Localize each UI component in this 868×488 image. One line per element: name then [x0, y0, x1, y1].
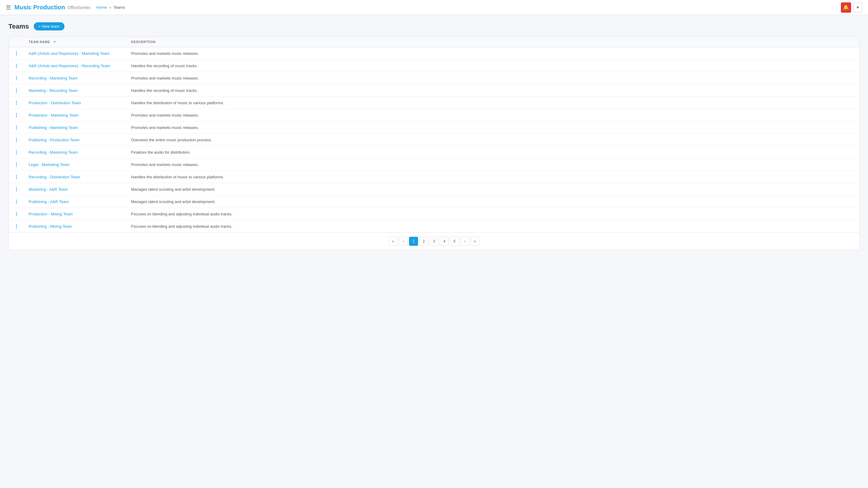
- row-menu-cell: [9, 134, 24, 146]
- row-context-menu[interactable]: [11, 89, 22, 93]
- table-row: Marketing - Recording TeamHandles the re…: [9, 84, 859, 97]
- pagination-first[interactable]: «: [389, 237, 398, 246]
- row-menu-cell: [9, 208, 24, 220]
- breadcrumb-home[interactable]: Home: [96, 5, 107, 10]
- row-team-name-cell: Mastering - A&R Team: [24, 183, 126, 195]
- filter-icon[interactable]: ▼: [53, 40, 57, 44]
- row-menu-cell: [9, 146, 24, 158]
- table-row: A&R (Artists and Repertoire) - Marketing…: [9, 47, 859, 60]
- pagination-page-2[interactable]: 2: [419, 237, 428, 246]
- row-team-name-cell: Publishing - Mixing Team: [24, 220, 126, 233]
- row-team-name-cell: Recording - Distribution Team: [24, 171, 126, 183]
- row-menu-cell: [9, 121, 24, 134]
- team-name-link[interactable]: Recording - Mastering Team: [29, 150, 78, 155]
- table-row: Production - Mixing TeamFocuses on blend…: [9, 208, 859, 220]
- team-name-link[interactable]: Publishing - A&R Team: [29, 199, 69, 204]
- team-name-link[interactable]: Marketing - Recording Team: [29, 88, 78, 93]
- header: ☰ Music Production OfficeSeries Home » T…: [0, 0, 868, 15]
- pagination-prev[interactable]: ‹: [399, 237, 408, 246]
- team-name-link[interactable]: Production - Mixing Team: [29, 212, 73, 216]
- row-team-name-cell: A&R (Artists and Repertoire) - Recording…: [24, 60, 126, 72]
- row-description-cell: Promotes and markets music releases.: [126, 47, 859, 60]
- row-team-name-cell: Recording - Mastering Team: [24, 146, 126, 158]
- table-row: Recording - Marketing TeamPromotes and m…: [9, 72, 859, 84]
- row-context-menu[interactable]: [11, 52, 22, 56]
- table-row: Mastering - A&R TeamManages talent scout…: [9, 183, 859, 195]
- table-row: Production - Distribution TeamHandles th…: [9, 97, 859, 109]
- team-name-link[interactable]: Recording - Marketing Team: [29, 76, 78, 80]
- table-row: Publishing - A&R TeamManages talent scou…: [9, 195, 859, 208]
- row-context-menu[interactable]: [11, 212, 22, 216]
- pagination-page-3[interactable]: 3: [430, 237, 438, 246]
- new-team-button[interactable]: + New team: [34, 22, 64, 30]
- breadcrumb-separator: »: [109, 5, 111, 10]
- row-context-menu[interactable]: [11, 126, 22, 130]
- row-context-menu[interactable]: [11, 138, 22, 142]
- row-context-menu[interactable]: [11, 101, 22, 105]
- row-context-menu[interactable]: [11, 113, 22, 117]
- team-name-link[interactable]: A&R (Artists and Repertoire) - Marketing…: [29, 51, 110, 56]
- row-context-menu[interactable]: [11, 64, 22, 68]
- row-team-name-cell: Publishing - A&R Team: [24, 195, 126, 208]
- team-name-link[interactable]: Mastering - A&R Team: [29, 187, 68, 192]
- row-team-name-cell: Production - Marketing Team: [24, 109, 126, 121]
- team-name-link[interactable]: Publishing - Marketing Team: [29, 125, 78, 130]
- breadcrumb: Home » Teams: [96, 5, 125, 10]
- col-menu: [9, 37, 24, 47]
- table-row: A&R (Artists and Repertoire) - Recording…: [9, 60, 859, 72]
- row-description-cell: Oversees the entire music production pro…: [126, 134, 859, 146]
- table-row: Publishing - Marketing TeamPromotes and …: [9, 121, 859, 134]
- row-context-menu[interactable]: [11, 76, 22, 80]
- row-menu-cell: [9, 109, 24, 121]
- pagination-page-1[interactable]: 1: [409, 237, 418, 246]
- team-name-link[interactable]: Publishing - Production Team: [29, 138, 80, 142]
- notifications-button[interactable]: 🔔: [841, 2, 851, 13]
- pagination-page-5[interactable]: 5: [450, 237, 459, 246]
- row-description-cell: Promotes and markets music releases.: [126, 121, 859, 134]
- row-context-menu[interactable]: [11, 163, 22, 167]
- row-description-cell: Promotes and markets music releases.: [126, 158, 859, 171]
- row-description-cell: Manages talent scouting and artist devel…: [126, 183, 859, 195]
- row-menu-cell: [9, 72, 24, 84]
- teams-table: Team Name ▼ Description A&R (Artists and…: [9, 37, 859, 232]
- row-team-name-cell: Production - Distribution Team: [24, 97, 126, 109]
- table-row: Production - Marketing TeamPromotes and …: [9, 109, 859, 121]
- row-context-menu[interactable]: [11, 200, 22, 204]
- pagination-next[interactable]: ›: [460, 237, 469, 246]
- team-name-link[interactable]: Legal - Marketing Team: [29, 162, 70, 167]
- row-team-name-cell: A&R (Artists and Repertoire) - Marketing…: [24, 47, 126, 60]
- row-context-menu[interactable]: [11, 224, 22, 228]
- row-context-menu[interactable]: [11, 175, 22, 179]
- user-dropdown-button[interactable]: ▼: [854, 2, 862, 13]
- team-name-link[interactable]: Production - Distribution Team: [29, 101, 81, 105]
- row-menu-cell: [9, 171, 24, 183]
- row-team-name-cell: Production - Mixing Team: [24, 208, 126, 220]
- team-name-link[interactable]: Production - Marketing Team: [29, 113, 79, 118]
- row-description-cell: Handles the recording of music tracks.: [126, 84, 859, 97]
- team-name-link[interactable]: Recording - Distribution Team: [29, 175, 80, 179]
- row-context-menu[interactable]: [11, 187, 22, 191]
- team-name-link[interactable]: A&R (Artists and Repertoire) - Recording…: [29, 64, 110, 68]
- table-row: Recording - Distribution TeamHandles the…: [9, 171, 859, 183]
- pagination-page-4[interactable]: 4: [440, 237, 449, 246]
- row-context-menu[interactable]: [11, 150, 22, 154]
- row-description-cell: Promotes and markets music releases.: [126, 109, 859, 121]
- row-menu-cell: [9, 183, 24, 195]
- col-description: Description: [126, 37, 859, 47]
- page-title: Teams: [8, 23, 29, 30]
- team-name-link[interactable]: Publishing - Mixing Team: [29, 224, 72, 229]
- row-description-cell: Handles the distribution of music to var…: [126, 97, 859, 109]
- row-menu-cell: [9, 84, 24, 97]
- row-menu-cell: [9, 158, 24, 171]
- col-team-name: Team Name ▼: [24, 37, 126, 47]
- row-team-name-cell: Publishing - Marketing Team: [24, 121, 126, 134]
- table-row: Legal - Marketing TeamPromotes and marke…: [9, 158, 859, 171]
- breadcrumb-current: Teams: [114, 5, 125, 10]
- row-team-name-cell: Recording - Marketing Team: [24, 72, 126, 84]
- row-team-name-cell: Legal - Marketing Team: [24, 158, 126, 171]
- row-menu-cell: [9, 47, 24, 60]
- menu-icon[interactable]: ☰: [6, 4, 11, 11]
- pagination-last[interactable]: »: [470, 237, 479, 246]
- pagination: « ‹ 1 2 3 4 5 › »: [9, 232, 859, 250]
- table-header-row: Team Name ▼ Description: [9, 37, 859, 47]
